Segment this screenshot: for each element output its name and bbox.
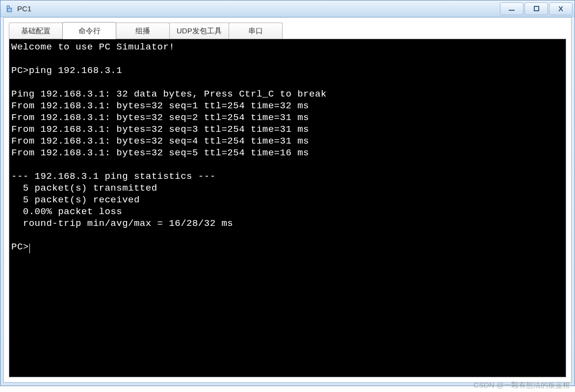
tab-multicast[interactable]: 组播 xyxy=(116,23,170,39)
close-button[interactable]: X xyxy=(549,2,573,15)
tab-serial-port[interactable]: 串口 xyxy=(229,23,283,39)
svg-rect-1 xyxy=(8,9,11,10)
app-window: PC1 X 基础配置 命令行 组播 UDP发包工具 串口 Welcome to … xyxy=(0,0,575,386)
window-controls: X xyxy=(499,2,573,15)
maximize-icon xyxy=(534,6,539,11)
app-icon xyxy=(4,4,14,14)
tab-basic-config[interactable]: 基础配置 xyxy=(9,23,63,39)
minimize-icon xyxy=(509,10,515,11)
close-icon: X xyxy=(558,4,563,13)
minimize-button[interactable] xyxy=(500,2,523,15)
svg-rect-2 xyxy=(8,10,11,11)
terminal-output[interactable]: Welcome to use PC Simulator! PC>ping 192… xyxy=(9,39,566,377)
tab-udp-packet-tool[interactable]: UDP发包工具 xyxy=(169,23,229,39)
window-title: PC1 xyxy=(17,4,499,13)
tab-command-line[interactable]: 命令行 xyxy=(62,22,116,39)
svg-rect-0 xyxy=(7,6,9,7)
client-area: 基础配置 命令行 组播 UDP发包工具 串口 Welcome to use PC… xyxy=(3,17,572,383)
tabbar: 基础配置 命令行 组播 UDP发包工具 串口 xyxy=(9,22,566,39)
terminal-cursor xyxy=(29,244,30,253)
terminal-panel: Welcome to use PC Simulator! PC>ping 192… xyxy=(9,39,566,377)
maximize-button[interactable] xyxy=(524,2,548,15)
titlebar[interactable]: PC1 X xyxy=(0,0,575,17)
